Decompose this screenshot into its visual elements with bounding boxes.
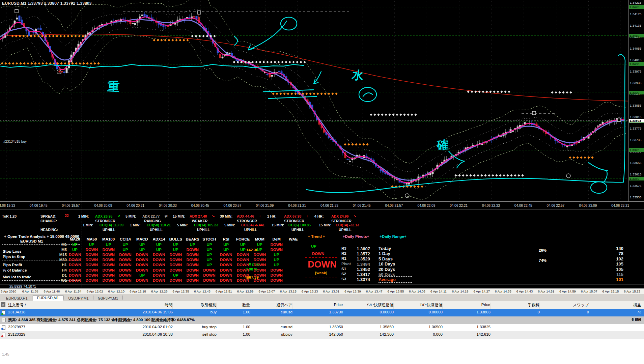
signal-cell: DOWN xyxy=(170,258,182,262)
time-label-top: 04.06 22:33 xyxy=(482,204,500,207)
signal-cell: DOWN xyxy=(170,263,182,267)
time-label-bottom: 6 Apr 13:39 xyxy=(344,289,361,293)
signal-cell: DOWN xyxy=(102,253,114,257)
tab-divider xyxy=(63,296,64,300)
time-label-bottom: 6 Apr 11:46 xyxy=(44,289,60,293)
order-cell: 1.35850 xyxy=(347,325,394,329)
time-label-bottom: 6 Apr 12:26 xyxy=(151,289,168,293)
range-value: 115 xyxy=(616,272,623,277)
open-order-row[interactable]: 231343182010.04.06 15:06buy1.00eurusd1.3… xyxy=(0,309,644,316)
adx-arrow-icon: ↘ xyxy=(212,214,215,218)
time-label-bottom: 6 Apr 12:35 xyxy=(173,289,189,293)
chart-tab-eurusd-m1[interactable]: EURUSD,M1 xyxy=(33,295,63,301)
adx-arrow-icon: ↓ xyxy=(306,214,308,218)
terminal-column-header: 注文番号 / xyxy=(8,303,26,309)
time-label-top: 04.06 19:45 xyxy=(30,204,48,207)
range-row-label: 1 Day xyxy=(379,251,390,256)
signal-cell: DOWN xyxy=(270,278,282,282)
order-cell: 0 xyxy=(544,310,589,314)
adx-timeframe-label: 5 MIN: xyxy=(125,214,136,218)
level-price-label: 1.3390 xyxy=(629,91,644,94)
dashed-separator xyxy=(305,240,332,240)
signal-cell: DOWN xyxy=(220,278,232,282)
band-upper-outer xyxy=(0,0,626,163)
time-label-bottom: 6 Apr 15:23 xyxy=(624,289,640,293)
dashboard-timeframe-label: H4 xyxy=(62,268,67,272)
pending-order-row[interactable]: 231203292010.04.06 10:38sell stop1.00gbp… xyxy=(0,331,644,339)
signal-cell: DOWN xyxy=(119,273,131,277)
footer-area: 1.45 xyxy=(0,339,644,364)
pending-order-row[interactable]: 229799772010.04.02 01:02buy stop1.00euru… xyxy=(0,324,644,331)
order-cell: 0 xyxy=(495,310,540,314)
pivot-label: S3 xyxy=(341,277,346,281)
price-axis[interactable]: 1.342151.341751.341351.340951.340551.340… xyxy=(628,0,644,202)
time-label-bottom: 6 Apr 15:07 xyxy=(581,289,597,293)
chart-tab-usdjpy-m1[interactable]: USDJPY,M1 xyxy=(64,296,92,301)
cci-value: CCI(14) 113.09 xyxy=(100,223,123,227)
balance-row[interactable]: ↑残高: 4 868 385 有効証拠金: 4 875 241 必要証拠金: 7… xyxy=(0,316,644,324)
time-label-top: 04.06 22:57 xyxy=(547,204,565,207)
dashboard-column-header: BEARS xyxy=(186,237,199,241)
signal-cell: UP xyxy=(173,243,178,247)
range-value: 78 xyxy=(619,251,623,256)
signal-cell: UP xyxy=(206,263,212,267)
order-cell: 23134318 xyxy=(8,310,25,314)
order-doc-icon xyxy=(2,333,5,337)
signal-cell: DOWN xyxy=(237,273,249,277)
close-icon[interactable]: × xyxy=(1,302,5,307)
stochastic-values: 25.8929 74.1071 xyxy=(9,284,36,288)
cci-heading-value: UPHILL xyxy=(197,228,210,232)
time-label-top: 04.06 20:21 xyxy=(127,204,144,207)
signal-cell: DOWN xyxy=(170,268,182,272)
range-value: 140 xyxy=(616,246,623,251)
footer-note: 1.45 xyxy=(2,352,9,356)
order-cell: 2010.04.06 15:06 xyxy=(69,310,173,314)
time-label-bottom: 6 Apr 11:38 xyxy=(22,289,38,293)
percent-value: 26% xyxy=(539,248,547,252)
adx-arrow-icon: ↓ xyxy=(259,214,261,218)
tab-divider xyxy=(93,296,93,300)
trend-up-value: UP xyxy=(311,244,316,248)
signal-cell: UP xyxy=(240,243,246,247)
time-label-bottom: 6 Apr 13:55 xyxy=(388,289,404,293)
signal-cell: DOWN xyxy=(203,268,215,272)
signal-cell: DOWN xyxy=(270,243,282,247)
time-label-top: 04.06 20:45 xyxy=(191,204,209,207)
time-label-bottom: 6 Apr 14:35 xyxy=(495,289,511,293)
terminal-panel: ×注文番号 /時間取引種別数量通貨ペアPriceS/L:決済逆指値T/P:決済指… xyxy=(0,301,644,339)
price-tick-label: 1.33935 xyxy=(630,81,641,85)
order-cell: eurusd xyxy=(254,325,292,329)
signal-cell: UP xyxy=(223,248,229,252)
total-profit-value: 6 856 xyxy=(593,317,641,321)
terminal-column-header: 通貨ペア xyxy=(254,303,292,309)
cci-timeframe-label: 1 MIN: xyxy=(83,223,93,227)
adx-timeframe-label: 15 MIN: xyxy=(173,214,185,218)
band-lower-outer xyxy=(0,36,626,200)
cci-timeframe-label: 1 MIN: xyxy=(130,223,141,227)
chart-panel[interactable]: 重水確 EURUSD,M1 1.33793 1.33807 1.33792 1.… xyxy=(0,0,628,202)
dashboard-column-header: FORCE xyxy=(236,237,250,241)
chart-tab-eurusd-h1[interactable]: EURUSD,H1 xyxy=(2,296,32,301)
price-tick-label: 1.34135 xyxy=(630,24,641,27)
time-label-top: 04.06 22:45 xyxy=(514,204,532,207)
adx-change-value: STRONGER xyxy=(237,219,257,223)
time-axis-top[interactable]: 04.06 19:3304.06 19:4504.06 19:5704.06 2… xyxy=(0,202,644,210)
time-label-top: 04.06 22:21 xyxy=(450,204,468,207)
adx-change-value: STRONGER xyxy=(284,219,304,223)
signal-cell: DOWN xyxy=(237,268,249,272)
chart-tab-gbpjpy-m1[interactable]: GBPJPY,M1 xyxy=(94,296,122,301)
signal-cell: DOWN xyxy=(153,278,165,282)
time-label-bottom: 6 Apr 12:02 xyxy=(87,289,103,293)
order-cell: 1.00 xyxy=(221,325,250,329)
price-tick-label: 1.33975 xyxy=(630,69,641,73)
dashboard-timeframe-label: H1 xyxy=(62,263,67,267)
cci-heading-value: UPHILL xyxy=(103,228,115,232)
balance-summary: 残高: 4 868 385 有効証拠金: 4 875 241 必要証拠金: 75… xyxy=(8,317,195,323)
time-label-top: 04.06 23:21 xyxy=(611,204,629,207)
adx-timeframe-label: 1 HR: xyxy=(267,214,276,218)
time-axis-bottom[interactable]: 6 Apr 20106 Apr 11:386 Apr 11:466 Apr 11… xyxy=(0,289,644,294)
adx-value: ADX 44.46 xyxy=(237,214,254,218)
order-cell: 2010.04.02 01:02 xyxy=(69,325,173,329)
candlestick-chart[interactable]: 重水確 xyxy=(0,0,628,202)
tab-divider xyxy=(32,296,32,300)
